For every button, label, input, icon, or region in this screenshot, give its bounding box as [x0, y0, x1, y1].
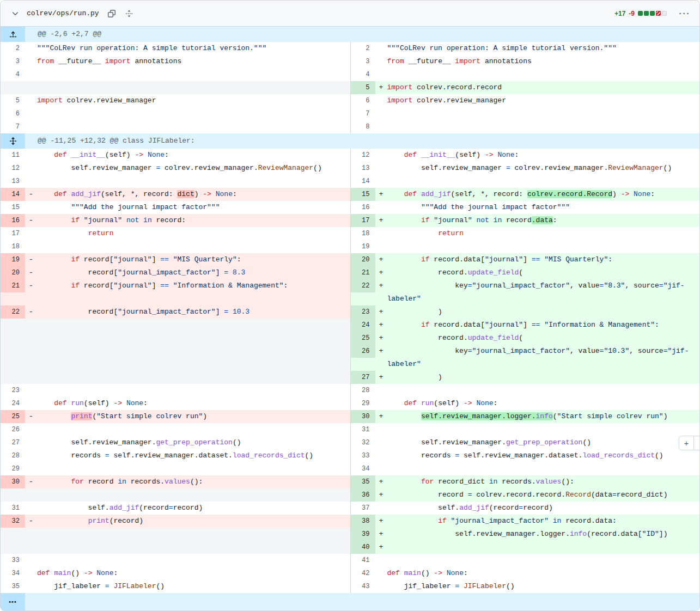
old-side: 22- record["journal_impact_factor"] = 10…	[1, 306, 350, 319]
new-line-number[interactable]: 29	[351, 397, 375, 410]
old-code-line: record["journal_impact_factor"] = 10.3	[37, 306, 350, 319]
code-token	[447, 517, 451, 525]
new-line-number[interactable]: 5	[351, 81, 375, 94]
old-line-number[interactable]: 14	[1, 188, 25, 201]
new-line-number[interactable]: 3	[351, 55, 375, 68]
old-side: 31 self.add_jif(record=record)	[1, 502, 350, 515]
old-line-number[interactable]: 31	[1, 502, 25, 515]
old-line-number[interactable]: 24	[1, 397, 25, 410]
new-line-number[interactable]: 26	[351, 345, 375, 371]
code-token	[37, 517, 88, 525]
expand-vertical-icon[interactable]	[1, 133, 25, 149]
new-line-number[interactable]: 17	[351, 214, 375, 227]
diff-sign: +	[375, 214, 387, 227]
new-line-number[interactable]: 8	[351, 120, 375, 133]
old-line-number[interactable]: 2	[1, 42, 25, 55]
code-token: annotations	[131, 57, 182, 65]
drag-grip-icon[interactable]	[122, 7, 136, 21]
copy-path-icon[interactable]	[105, 7, 119, 21]
new-line-number[interactable]: 4	[351, 68, 375, 81]
old-line-number[interactable]: 25	[1, 410, 25, 423]
old-line-number[interactable]: 30	[1, 475, 25, 488]
old-line-number[interactable]: 32	[1, 515, 25, 528]
old-line-number[interactable]: 29	[1, 462, 25, 475]
old-line-number[interactable]: 19	[1, 253, 25, 266]
old-line-number[interactable]: 7	[1, 120, 25, 133]
new-line-number[interactable]: 28	[351, 384, 375, 397]
old-code-line: print(record)	[37, 515, 350, 528]
new-line-number[interactable]: 43	[351, 580, 375, 593]
old-line-number[interactable]: 22	[1, 306, 25, 319]
new-line-number[interactable]: 21	[351, 266, 375, 279]
old-line-number[interactable]: 35	[1, 580, 25, 593]
new-line-number[interactable]: 24	[351, 319, 375, 332]
old-line-number[interactable]: 33	[1, 554, 25, 567]
collapse-chevron-icon[interactable]	[8, 7, 22, 21]
old-line-number[interactable]: 34	[1, 567, 25, 580]
old-line-number[interactable]: 17	[1, 227, 25, 240]
line-number-text: 3	[351, 55, 375, 68]
old-line-number[interactable]: 16	[1, 214, 25, 227]
diff-row: 27 self.review_manager.get_prep_operatio…	[1, 436, 699, 449]
new-side: 43 jif_labeler = JIFLabeler()	[350, 580, 700, 593]
new-line-number[interactable]: 13	[351, 162, 375, 175]
new-line-number[interactable]: 35	[351, 475, 375, 488]
old-line-number[interactable]: 11	[1, 149, 25, 162]
word-diff-highlight: .data	[532, 216, 553, 224]
new-line-number[interactable]: 30	[351, 410, 375, 423]
file-options-kebab-icon[interactable]: ···	[678, 7, 692, 21]
fold-up-icon[interactable]	[1, 27, 25, 42]
new-line-number[interactable]: 16	[351, 201, 375, 214]
new-line-number[interactable]: 25	[351, 332, 375, 345]
old-line-number[interactable]: 26	[1, 423, 25, 436]
code-token: __init__	[71, 151, 105, 159]
old-line-number[interactable]: 20	[1, 266, 25, 279]
code-token: colrev.review_manager	[412, 96, 506, 105]
old-line-number[interactable]: 12	[1, 162, 25, 175]
new-line-number[interactable]: 2	[351, 42, 375, 55]
new-line-number[interactable]: 22	[351, 279, 375, 306]
old-line-number[interactable]: 5	[1, 94, 25, 107]
new-line-number[interactable]: 12	[351, 149, 375, 162]
new-line-number[interactable]: 33	[351, 449, 375, 462]
old-line-number[interactable]: 4	[1, 68, 25, 81]
new-line-number[interactable]: 42	[351, 567, 375, 580]
old-line-number[interactable]: 3	[1, 55, 25, 68]
new-line-number[interactable]: 15	[351, 188, 375, 201]
new-line-number[interactable]: 38	[351, 515, 375, 528]
code-token: record	[84, 478, 118, 486]
old-line-number[interactable]: 15	[1, 201, 25, 214]
new-line-number[interactable]: 39	[351, 528, 375, 541]
old-line-number[interactable]: 13	[1, 175, 25, 188]
new-line-number[interactable]: 6	[351, 94, 375, 107]
new-line-number[interactable]: 27	[351, 371, 375, 384]
new-line-number[interactable]: 34	[351, 462, 375, 475]
new-line-number[interactable]: 19	[351, 240, 375, 253]
new-line-number[interactable]: 20	[351, 253, 375, 266]
new-line-number[interactable]: 7	[351, 107, 375, 120]
new-side: 35+ for record_dict in records.values():	[350, 475, 700, 488]
new-line-number[interactable]: 40	[351, 541, 375, 554]
new-line-number[interactable]: 14	[351, 175, 375, 188]
new-line-number[interactable]: 31	[351, 423, 375, 436]
new-line-number[interactable]: 36	[351, 488, 375, 502]
new-line-number[interactable]: 41	[351, 554, 375, 567]
old-code-line: record["journal_impact_factor"] = 8.3	[37, 266, 350, 279]
old-line-number[interactable]: 23	[1, 384, 25, 397]
code-token: (record	[139, 504, 169, 512]
old-line-number[interactable]: 28	[1, 449, 25, 462]
new-line-number[interactable]: 23	[351, 306, 375, 319]
comment-more-dropdown[interactable]: ▾	[694, 436, 700, 450]
code-token: "Information & Management"	[173, 282, 284, 290]
old-line-number[interactable]: 21	[1, 279, 25, 306]
old-line-number[interactable]: 18	[1, 240, 25, 253]
new-line-number[interactable]: 18	[351, 227, 375, 240]
new-line-number[interactable]: 37	[351, 502, 375, 515]
old-line-number[interactable]: 27	[1, 436, 25, 449]
new-line-number[interactable]: 32	[351, 436, 375, 449]
old-line-number[interactable]: 6	[1, 107, 25, 120]
add-comment-button[interactable]: +	[679, 436, 694, 450]
code-token: record[	[80, 255, 113, 264]
diff-sign	[25, 94, 37, 107]
expand-down-button[interactable]: •••	[1, 593, 25, 610]
